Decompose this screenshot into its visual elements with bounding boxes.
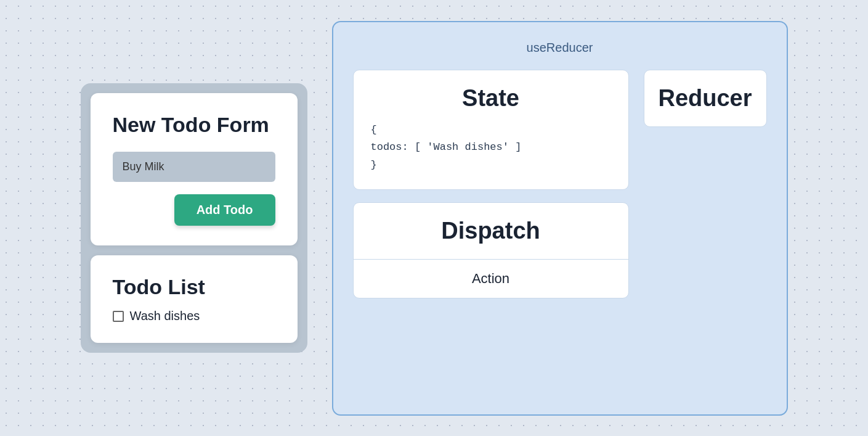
todo-input[interactable] [113,152,275,182]
list-item: Wash dishes [113,309,275,323]
dispatch-card: Dispatch [354,203,628,260]
dispatch-action-group: Dispatch Action [353,202,629,298]
add-todo-button[interactable]: Add Todo [174,194,275,226]
state-card: State { todos: [ 'Wash dishes' ] } [353,70,629,191]
state-code-line1: { [371,121,611,139]
new-todo-form-card: New Todo Form Add Todo [91,93,298,245]
reducer-card: Reducer [644,70,767,127]
todo-checkbox[interactable] [113,311,124,322]
state-title: State [371,85,611,112]
use-reducer-label: useReducer [353,41,767,55]
list-title: Todo List [113,275,275,299]
form-title: New Todo Form [113,113,275,137]
right-content: State { todos: [ 'Wash dishes' ] } Dispa… [353,70,767,396]
action-title: Action [371,271,611,287]
state-code-line2: todos: [ 'Wash dishes' ] [371,139,611,157]
reducer-title: Reducer [658,85,752,112]
state-code: { todos: [ 'Wash dishes' ] } [371,121,611,175]
right-left-column: State { todos: [ 'Wash dishes' ] } Dispa… [353,70,629,396]
todo-list-card: Todo List Wash dishes [91,255,298,343]
action-card: Action [354,260,628,298]
left-panel: New Todo Form Add Todo Todo List Wash di… [81,83,307,353]
use-reducer-panel: useReducer State { todos: [ 'Wash dishes… [332,21,788,416]
todo-item-text: Wash dishes [130,309,200,323]
dispatch-title: Dispatch [371,218,611,244]
state-code-line3: } [371,157,611,175]
